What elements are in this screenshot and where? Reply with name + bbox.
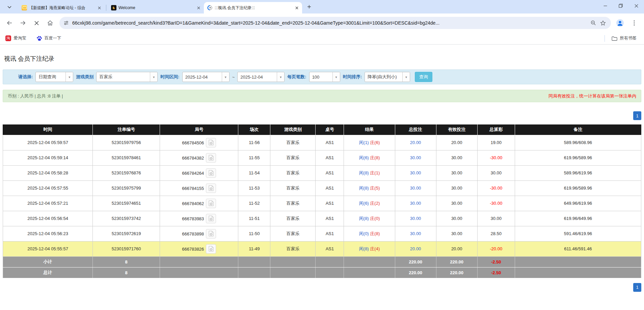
order-id: 523015972619 (93, 226, 160, 241)
welcome-favicon-icon: ♞ (111, 5, 116, 10)
browser-tab-welcome[interactable]: ♞ Welcome (108, 2, 204, 13)
sort-select[interactable]: 降幂(由大到小) ▾ (365, 72, 410, 82)
total-bet-link[interactable]: 20.00 (395, 241, 436, 256)
tab-close-icon[interactable] (97, 5, 102, 10)
pagination-page-1-bottom[interactable]: 1 (633, 283, 641, 292)
round-cell: 666783826 (160, 241, 238, 256)
game-type: 百家乐 (270, 196, 316, 211)
table-row: 2025-12-04 05:56:23 523015972619 6667838… (3, 226, 641, 241)
total-bet-link[interactable]: 30.00 (395, 150, 436, 165)
payout: 30.00 (477, 211, 515, 226)
tab-title: :::视讯 会员下注纪录::: (215, 5, 292, 11)
tab-close-icon[interactable] (294, 5, 299, 10)
valid-bet: 20.00 (436, 135, 477, 150)
date-start-select[interactable]: 2025-12-04 ▾ (182, 72, 230, 82)
browser-menu-button[interactable] (628, 17, 640, 29)
remark: 589.96/608.96 (515, 135, 641, 150)
browser-tab-active[interactable]: :::视讯 会员下注纪录::: (204, 2, 302, 13)
browser-tab-forum[interactable]: 【新提醒】海燕策略论坛 - 综合 (18, 2, 105, 13)
video-replay-button[interactable] (206, 168, 216, 178)
total-bet-link[interactable]: 20.00 (395, 135, 436, 150)
column-header: 总投注 (395, 124, 436, 135)
round-id: 666784155 (182, 186, 204, 191)
tab-close-icon[interactable] (196, 5, 201, 10)
browser-toolbar: 66cxkj98.com/game/betrecord_search/kind3… (0, 13, 644, 32)
result-banker: 庄(5) (370, 186, 380, 191)
chevron-down-icon[interactable]: ▾ (332, 72, 340, 82)
chevron-down-icon[interactable]: ▾ (150, 72, 157, 82)
total-bet-link[interactable]: 30.00 (395, 180, 436, 196)
stop-button[interactable] (31, 17, 42, 29)
valid-bet: 30.00 (436, 165, 477, 180)
table-number: AS1 (316, 196, 344, 211)
video-replay-button[interactable] (206, 199, 216, 208)
date-end-select[interactable]: 2025-12-04 ▾ (237, 72, 285, 82)
url-bar[interactable]: 66cxkj98.com/game/betrecord_search/kind3… (59, 17, 611, 29)
all-bookmarks-button[interactable]: 所有书签 (610, 34, 638, 43)
restore-button[interactable] (613, 0, 628, 11)
chevron-down-icon[interactable]: ▾ (222, 72, 229, 82)
summary-valid-bet: 220.00 (436, 267, 477, 278)
table-number: AS1 (316, 241, 344, 256)
bookmark-aitaobao[interactable]: 淘 爱淘宝 (4, 34, 28, 43)
zoom-out-button[interactable] (589, 18, 598, 28)
session-number: 11-53 (238, 180, 270, 196)
order-id: 523015973742 (93, 211, 160, 226)
column-header: 局号 (160, 124, 238, 135)
video-file-icon (209, 231, 214, 236)
tab-search-button[interactable] (5, 2, 14, 12)
valid-bet: 30.00 (436, 180, 477, 196)
result-banker: 庄(8) (370, 231, 380, 236)
round-id: 666783983 (182, 216, 204, 221)
video-replay-button[interactable] (206, 244, 216, 254)
video-replay-button[interactable] (206, 184, 216, 193)
forward-arrow-icon (20, 21, 26, 25)
profile-avatar[interactable] (614, 17, 626, 29)
bookmark-star-button[interactable] (598, 18, 608, 28)
summary-count: 8 (93, 267, 160, 278)
bet-time: 2025-12-04 05:57:21 (3, 196, 93, 211)
bet-table-foot: 小计 8 220.00 220.00 -2.50 总计 8 220.00 220… (3, 256, 641, 278)
back-button[interactable] (4, 17, 15, 29)
video-replay-button[interactable] (206, 229, 216, 238)
total-bet-link[interactable]: 30.00 (395, 196, 436, 211)
url-text[interactable]: 66cxkj98.com/game/betrecord_search/kind3… (72, 20, 589, 26)
page-size-select[interactable]: 100 ▾ (309, 72, 340, 82)
total-bet-link[interactable]: 30.00 (395, 211, 436, 226)
bookmark-baidu[interactable]: 百度一下 (35, 34, 63, 43)
home-button[interactable] (44, 17, 56, 29)
game-type: 百家乐 (270, 150, 316, 165)
close-window-button[interactable] (628, 0, 644, 11)
back-arrow-icon (7, 21, 12, 25)
new-tab-button[interactable] (305, 2, 314, 11)
result-cell: 闲(8) 庄(1) (344, 165, 395, 180)
table-row: 2025-12-04 05:59:57 523015979756 6667845… (3, 135, 641, 150)
search-button[interactable]: 查询 (415, 72, 432, 82)
game-type-select[interactable]: 百家乐 ▾ (96, 72, 158, 82)
select-value: 2025-12-04 (238, 72, 277, 82)
video-replay-button[interactable] (206, 214, 216, 223)
video-replay-button[interactable] (206, 153, 216, 163)
result-banker: 庄(8) (370, 155, 380, 160)
pagination-page-1-top[interactable]: 1 (633, 111, 641, 120)
minimize-button[interactable] (597, 0, 613, 11)
order-id: 523015974651 (93, 196, 160, 211)
table-row: 2025-12-04 05:57:21 523015974651 6667840… (3, 196, 641, 211)
forward-button[interactable] (17, 17, 29, 29)
table-number: AS1 (316, 211, 344, 226)
star-icon (600, 20, 606, 26)
select-value: 日期查询 (36, 72, 65, 82)
tab-divider (106, 5, 106, 11)
chevron-down-icon[interactable]: ▾ (65, 72, 73, 82)
query-type-select[interactable]: 日期查询 ▾ (35, 72, 73, 82)
video-replay-button[interactable] (206, 138, 216, 147)
summary-info-bar: 币别 : 人民币 | 总共 :8 注单 | 同局有效投注，统一计算在该局第一张注… (3, 90, 641, 102)
total-bet-link[interactable]: 30.00 (395, 226, 436, 241)
summary-row: 小计 8 220.00 220.00 -2.50 (3, 256, 641, 267)
summary-payout: -2.50 (477, 256, 515, 267)
result-cell: 闲(1) 庄(6) (344, 135, 395, 150)
chevron-down-icon[interactable]: ▾ (402, 72, 410, 82)
chevron-down-icon[interactable]: ▾ (277, 72, 284, 82)
total-bet-link[interactable]: 30.00 (395, 165, 436, 180)
table-number: AS1 (316, 165, 344, 180)
